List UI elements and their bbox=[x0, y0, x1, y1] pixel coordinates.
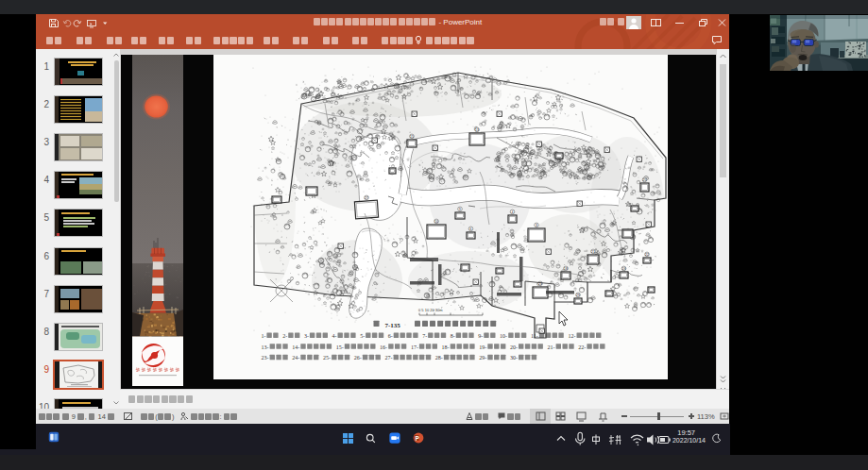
svg-text:6-: 6- bbox=[387, 333, 392, 339]
svg-text:29-: 29- bbox=[479, 355, 486, 361]
svg-text:4-: 4- bbox=[332, 333, 336, 339]
svg-text:23-: 23- bbox=[261, 355, 268, 361]
svg-text:26-: 26- bbox=[353, 355, 361, 361]
svg-text:15: 15 bbox=[410, 135, 414, 139]
svg-text:3: 3 bbox=[536, 224, 537, 227]
svg-text:7-135: 7-135 bbox=[382, 322, 400, 329]
svg-text:25: 25 bbox=[642, 178, 646, 182]
svg-text:27-: 27- bbox=[384, 355, 392, 361]
svg-text:9-: 9- bbox=[478, 333, 483, 339]
svg-text:25-: 25- bbox=[323, 355, 331, 361]
svg-text:14-: 14- bbox=[292, 344, 299, 350]
svg-text:3-: 3- bbox=[304, 333, 309, 339]
svg-text:19: 19 bbox=[621, 267, 625, 271]
svg-text:28-: 28- bbox=[434, 355, 442, 361]
svg-text:0 5 10 20 30m: 0 5 10 20 30m bbox=[418, 308, 443, 312]
svg-text:17-: 17- bbox=[410, 344, 417, 350]
svg-text:8-: 8- bbox=[450, 333, 454, 339]
svg-text:27: 27 bbox=[365, 196, 368, 200]
svg-text:11-: 11- bbox=[530, 333, 537, 339]
svg-text:24-: 24- bbox=[292, 355, 299, 361]
svg-text:13: 13 bbox=[475, 128, 479, 132]
svg-text:18-: 18- bbox=[441, 344, 449, 350]
svg-text:16-: 16- bbox=[380, 344, 387, 350]
svg-text:29: 29 bbox=[576, 294, 580, 297]
svg-text:15-: 15- bbox=[335, 344, 343, 350]
svg-text:10-: 10- bbox=[500, 333, 507, 339]
svg-text:5-: 5- bbox=[360, 333, 365, 339]
svg-text:22-: 22- bbox=[578, 344, 586, 350]
svg-text:6: 6 bbox=[469, 227, 471, 231]
svg-text:7-: 7- bbox=[422, 333, 427, 339]
svg-text:2-: 2- bbox=[282, 333, 287, 339]
svg-text:1-: 1- bbox=[261, 333, 265, 339]
svg-text:4: 4 bbox=[511, 210, 513, 214]
svg-text:P: P bbox=[415, 435, 419, 442]
svg-text:13-: 13- bbox=[261, 344, 268, 350]
svg-text:20-: 20- bbox=[510, 344, 518, 350]
svg-text:22: 22 bbox=[645, 253, 649, 257]
svg-text:9: 9 bbox=[459, 208, 461, 211]
svg-text:30-: 30- bbox=[510, 355, 518, 361]
svg-text:19-: 19- bbox=[479, 344, 486, 350]
svg-text:18: 18 bbox=[564, 267, 568, 271]
svg-text:10: 10 bbox=[434, 220, 438, 224]
svg-text:12-: 12- bbox=[568, 333, 575, 339]
svg-text:21-: 21- bbox=[547, 344, 554, 350]
svg-text:21: 21 bbox=[591, 250, 595, 254]
